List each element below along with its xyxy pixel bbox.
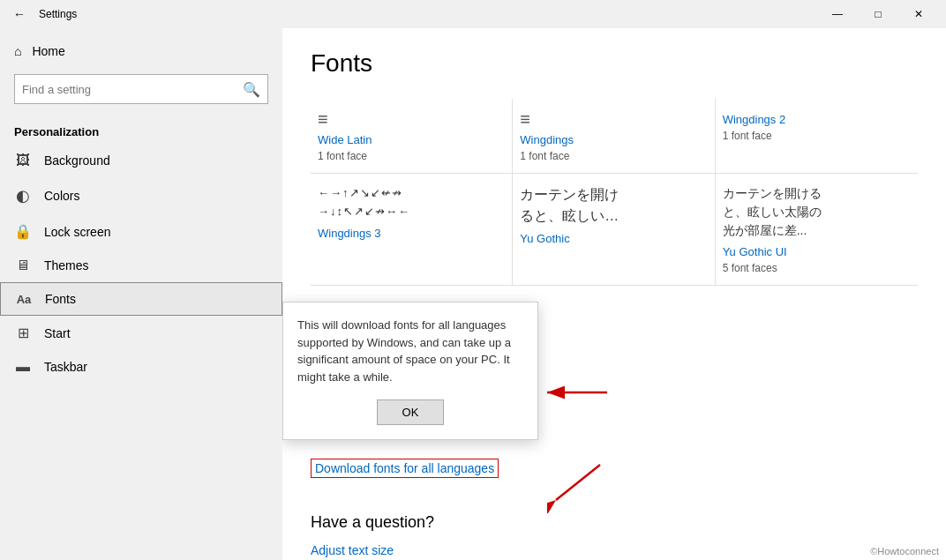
font-item-wingdings-3: ←→↑↗↘↙↚↛→↓↕↖↗↙↛↔← Wingdings 3 [311,174,513,286]
themes-icon: 🖥 [14,258,32,273]
wingdings-preview: ≡ [520,109,707,130]
have-question-title: Have a question? [311,513,918,532]
download-section: Download fonts for all languages [311,444,918,478]
sidebar-item-fonts[interactable]: Aa Fonts [0,282,282,316]
taskbar-icon: ▬ [14,359,32,375]
fonts-grid: ≡ Wide Latin 1 font face ≡ Wingdings 1 f… [311,99,918,286]
sidebar-item-themes[interactable]: 🖥 Themes [0,249,282,282]
font-link-wingdings[interactable]: Wingdings [520,133,707,146]
search-icon: 🔍 [243,81,260,98]
sidebar-item-label: Background [44,153,110,168]
wingdings2-faces: 1 font face [723,130,911,142]
lock-screen-icon: 🔒 [14,223,32,240]
sidebar-item-label: Fonts [45,292,76,306]
font-link-wingdings-3[interactable]: Wingdings 3 [318,227,505,240]
download-fonts-link[interactable]: Download fonts for all languages [311,459,499,478]
colors-icon: ◐ [14,186,32,205]
font-item-wingdings-2: Wingdings 2 1 font face [716,99,918,174]
main-content: Fonts ≡ Wide Latin 1 font face ≡ Wingdin… [282,28,946,560]
fonts-icon: Aa [15,293,33,306]
back-icon: ← [13,7,26,21]
start-icon: ⊞ [14,325,32,341]
sidebar-item-home[interactable]: ⌂ Home [0,35,282,67]
font-link-wide-latin[interactable]: Wide Latin [318,133,505,146]
have-question-section: Have a question? Adjust text size [311,513,918,558]
tooltip-text: This will download fonts for all languag… [297,317,523,385]
wide-latin-preview: ≡ [318,109,505,130]
sidebar-item-label: Lock screen [44,225,110,239]
sidebar-item-label: Start [44,326,71,340]
close-icon: ✕ [914,8,923,20]
wingdings3-preview: ←→↑↗↘↙↚↛→↓↕↖↗↙↛↔← [318,184,505,221]
font-item-yu-gothic-ui: カーテンを開けると、眩しい太陽の光が部屋に差... Yu Gothic UI 5… [716,174,918,286]
arrow-ok [538,379,609,409]
maximize-button[interactable]: □ [858,0,898,28]
window-controls: — □ ✕ [817,0,939,28]
yu-gothic-preview: カーテンを開けると、眩しい… [520,184,707,227]
font-item-wingdings: ≡ Wingdings 1 font face [513,99,715,174]
minimize-button[interactable]: — [817,0,858,28]
tooltip-ok-button[interactable]: OK [377,399,445,425]
background-icon: 🖼 [14,153,32,168]
sidebar-item-colors[interactable]: ◐ Colors [0,177,282,214]
home-icon: ⌂ [14,44,21,58]
title-bar: ← Settings — □ ✕ [0,0,946,28]
minimize-icon: — [832,8,843,20]
font-link-wingdings-2[interactable]: Wingdings 2 [723,113,911,126]
section-label: Personalization [0,118,282,144]
yu-gothic-ui-faces: 5 font faces [723,262,911,274]
watermark: ©Howtoconnect [870,546,939,556]
font-link-yu-gothic-ui[interactable]: Yu Gothic UI [723,245,911,258]
tooltip-popup: This will download fonts for all languag… [282,302,538,440]
font-item-yu-gothic: カーテンを開けると、眩しい… Yu Gothic [513,174,715,286]
wide-latin-faces: 1 font face [318,150,505,162]
sidebar-item-start[interactable]: ⊞ Start [0,316,282,350]
app-body: ⌂ Home 🔍 Personalization 🖼 Background ◐ … [0,28,946,560]
search-input[interactable] [22,83,243,96]
back-button[interactable]: ← [7,2,32,26]
page-title: Fonts [311,49,918,78]
yu-gothic-ui-preview: カーテンを開けると、眩しい太陽の光が部屋に差... [723,184,911,240]
wingdings-faces: 1 font face [520,150,707,162]
close-button[interactable]: ✕ [898,0,939,28]
sidebar-home-label: Home [32,44,64,58]
adjust-text-size-link[interactable]: Adjust text size [311,543,394,557]
sidebar-item-taskbar[interactable]: ▬ Taskbar [0,350,282,384]
search-box[interactable]: 🔍 [14,74,268,104]
sidebar-item-label: Themes [44,258,89,273]
sidebar-item-label: Colors [44,189,79,203]
sidebar: ⌂ Home 🔍 Personalization 🖼 Background ◐ … [0,28,282,560]
app-title: Settings [39,8,77,20]
sidebar-item-lock-screen[interactable]: 🔒 Lock screen [0,214,282,249]
font-item-wide-latin: ≡ Wide Latin 1 font face [311,99,513,174]
maximize-icon: □ [875,8,881,20]
sidebar-item-label: Taskbar [44,360,87,374]
font-link-yu-gothic[interactable]: Yu Gothic [520,232,707,245]
sidebar-item-background[interactable]: 🖼 Background [0,144,282,177]
